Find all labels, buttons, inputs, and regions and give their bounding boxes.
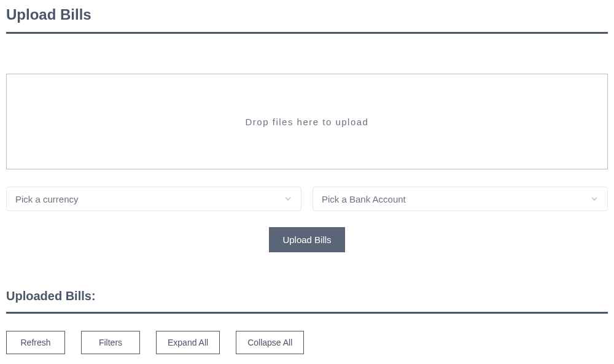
uploaded-bills-title: Uploaded Bills: [6, 289, 608, 303]
chevron-down-icon [284, 195, 292, 203]
currency-select-wrapper: Pick a currency [6, 187, 301, 211]
file-dropzone[interactable]: Drop files here to upload [6, 74, 608, 169]
action-row: Refresh Filters Expand All Collapse All [6, 331, 608, 354]
page-title: Upload Bills [6, 6, 608, 23]
chevron-down-icon [590, 195, 599, 203]
bank-account-select[interactable]: Pick a Bank Account [313, 187, 608, 211]
refresh-button[interactable]: Refresh [6, 331, 65, 354]
selects-row: Pick a currency Pick a Bank Account [6, 187, 608, 211]
filters-button[interactable]: Filters [81, 331, 140, 354]
section-divider [6, 32, 608, 34]
upload-bills-button[interactable]: Upload Bills [269, 227, 344, 252]
currency-select[interactable]: Pick a currency [6, 187, 301, 211]
dropzone-text: Drop files here to upload [246, 117, 369, 127]
bank-account-select-wrapper: Pick a Bank Account [313, 187, 608, 211]
bank-account-select-placeholder: Pick a Bank Account [322, 194, 406, 204]
expand-all-button[interactable]: Expand All [156, 331, 220, 354]
section-divider [6, 312, 608, 314]
collapse-all-button[interactable]: Collapse All [236, 331, 304, 354]
upload-button-row: Upload Bills [6, 227, 608, 252]
currency-select-placeholder: Pick a currency [15, 194, 79, 204]
